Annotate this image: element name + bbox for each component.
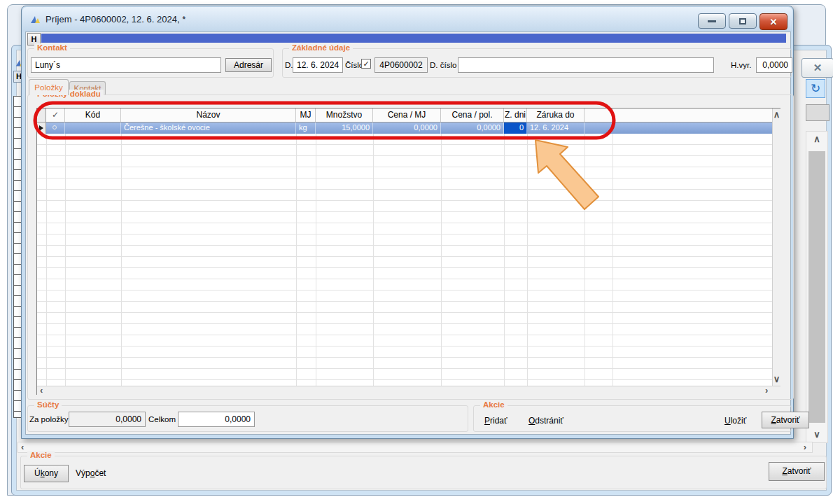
row-check-icon[interactable] <box>46 122 65 134</box>
celkom-input[interactable] <box>178 412 255 427</box>
group-label: Akcie <box>480 400 507 409</box>
empty-rows-area <box>37 134 772 386</box>
d-cislo-input[interactable] <box>458 57 714 73</box>
za-polozky-input[interactable] <box>69 412 146 427</box>
d-cislo-label: D. číslo <box>430 61 456 69</box>
table-horizontal-scrollbar[interactable]: ‹ › <box>37 386 780 395</box>
header-indicator <box>37 108 46 122</box>
toolbar-strip <box>41 34 786 43</box>
minimize-button[interactable] <box>698 13 726 29</box>
ukony-button[interactable]: Úkony <box>24 465 69 482</box>
close-icon: ✕ <box>770 17 778 27</box>
cislo-checkbox[interactable]: ✓ <box>361 59 371 69</box>
group-label: Akcie <box>27 451 55 459</box>
cislo-input[interactable] <box>374 57 428 73</box>
group-label: Kontakt <box>34 43 70 52</box>
date-input[interactable] <box>293 57 343 73</box>
background-akcie-group: Akcie Úkony Výpočet Zatvoriť <box>20 456 827 489</box>
hvyr-label: H.vyr. <box>731 61 751 69</box>
background-zatvorit-button[interactable]: Zatvoriť <box>769 462 825 481</box>
za-polozky-label: Za položky <box>29 415 69 424</box>
header-check[interactable]: ✓ <box>46 108 65 122</box>
cell-cena-pol[interactable]: 0,0000 <box>441 122 504 134</box>
close-button[interactable]: ✕ <box>760 13 788 30</box>
pridat-button[interactable]: Pridať <box>484 416 507 426</box>
adresar-button[interactable]: Adresár <box>225 58 272 72</box>
header-mnozstvo[interactable]: Množstvo <box>316 108 373 122</box>
items-table: ✓ Kód Názov MJ Množstvo Cena / MJ Cena /… <box>36 108 780 395</box>
scroll-left-icon[interactable]: ‹ <box>21 442 24 452</box>
polozky-dokladu-group: Položky dokladu ✓ Kód Názov MJ Množstvo … <box>27 94 794 400</box>
window-title: Príjem - 4P0600002, 12. 6. 2024, * <box>46 14 186 24</box>
maximize-button[interactable] <box>729 13 757 29</box>
zakladne-udaje-group: Základné údaje D. Číslo ✓ D. číslo H.vyr… <box>282 48 792 78</box>
table-vertical-scrollbar[interactable]: ∧ ∨ <box>772 108 780 386</box>
odstranit-button[interactable]: Odstrániť <box>528 416 564 426</box>
sucty-group: Súčty Za položky Celkom <box>27 405 468 432</box>
table-row[interactable]: Čerešne - školské ovocie kg 15,0000 0,00… <box>37 122 772 134</box>
prijem-dialog: Príjem - 4P0600002, 12. 6. 2024, * ✕ H K… <box>21 6 794 439</box>
akcie-group: Akcie Pridať Odstrániť Uložiť Zatvoriť <box>473 405 792 432</box>
header-kod[interactable]: Kód <box>65 108 121 122</box>
row-indicator-icon <box>37 122 46 134</box>
scrollbar-thumb[interactable] <box>808 151 825 423</box>
background-horizontal-scrollbar[interactable]: ‹ › <box>18 442 813 453</box>
background-close-icon[interactable]: ✕ <box>802 58 833 78</box>
vypocet-button[interactable]: Výpočet <box>76 468 106 478</box>
kontakt-group: Kontakt Adresár <box>27 48 274 78</box>
d-label: D. <box>285 61 293 69</box>
header-z-dni[interactable]: Z. dni <box>504 108 527 122</box>
cell-nazov[interactable]: Čerešne - školské ovocie <box>121 122 296 134</box>
background-vertical-scrollbar[interactable]: ∧ ∨ <box>806 131 828 443</box>
header-mj[interactable]: MJ <box>296 108 316 122</box>
screenshot-root: H ✕ ↻ ∧ ∨ ‹ › Akcie Úkony Výpočet Zatvor… <box>0 0 833 504</box>
hvyr-input[interactable] <box>756 57 792 73</box>
cell-zaruka-do[interactable]: 12. 6. 2024 <box>527 122 584 134</box>
maximize-icon <box>739 18 746 24</box>
title-bar: Príjem - 4P0600002, 12. 6. 2024, * <box>22 7 792 31</box>
kontakt-input[interactable] <box>31 57 221 73</box>
scroll-up-icon[interactable]: ∧ <box>806 134 827 144</box>
scroll-left-icon[interactable]: ‹ <box>40 386 43 396</box>
scroll-right-icon[interactable]: › <box>804 442 806 452</box>
cell-kod[interactable] <box>65 122 121 134</box>
header-extra <box>584 108 612 122</box>
dialog-icon <box>29 14 41 25</box>
zatvorit-button[interactable]: Zatvoriť <box>762 412 809 428</box>
cell-mj[interactable]: kg <box>296 122 316 134</box>
celkom-label: Celkom <box>148 415 176 424</box>
background-toolbar-button[interactable] <box>806 104 830 121</box>
header-cena-pol[interactable]: Cena / pol. <box>441 108 504 122</box>
header-cena-mj[interactable]: Cena / MJ <box>373 108 441 122</box>
cell-cena-mj[interactable]: 0,0000 <box>373 122 441 134</box>
scroll-down-icon[interactable]: ∨ <box>806 430 827 440</box>
header-zaruka-do[interactable]: Záruka do <box>527 108 584 122</box>
ulozit-button[interactable]: Uložiť <box>724 416 746 426</box>
header-nazov[interactable]: Názov <box>121 108 296 122</box>
tab-polozky[interactable]: Položky <box>29 79 69 95</box>
scroll-down-icon[interactable]: ∨ <box>773 374 780 384</box>
group-label: Súčty <box>34 400 62 409</box>
window-controls: ✕ <box>698 13 788 30</box>
refresh-icon[interactable]: ↻ <box>806 79 825 98</box>
cell-z-dni-selected[interactable]: 0 <box>504 122 527 134</box>
table-header-row: ✓ Kód Názov MJ Množstvo Cena / MJ Cena /… <box>37 108 772 122</box>
minimize-icon <box>708 20 716 22</box>
scroll-right-icon[interactable]: › <box>765 386 768 396</box>
cell-mnozstvo[interactable]: 15,0000 <box>316 122 373 134</box>
scroll-up-icon[interactable]: ∧ <box>773 110 780 120</box>
group-label: Základné údaje <box>289 43 353 52</box>
